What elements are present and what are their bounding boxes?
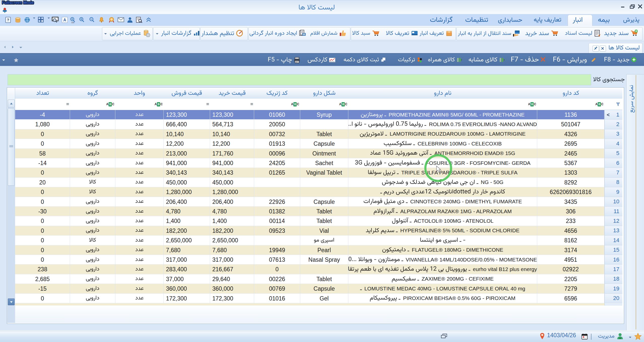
svg-text:?: ? (7, 18, 9, 22)
svg-text:A: A (63, 18, 66, 22)
svg-text:100: 100 (71, 21, 75, 24)
